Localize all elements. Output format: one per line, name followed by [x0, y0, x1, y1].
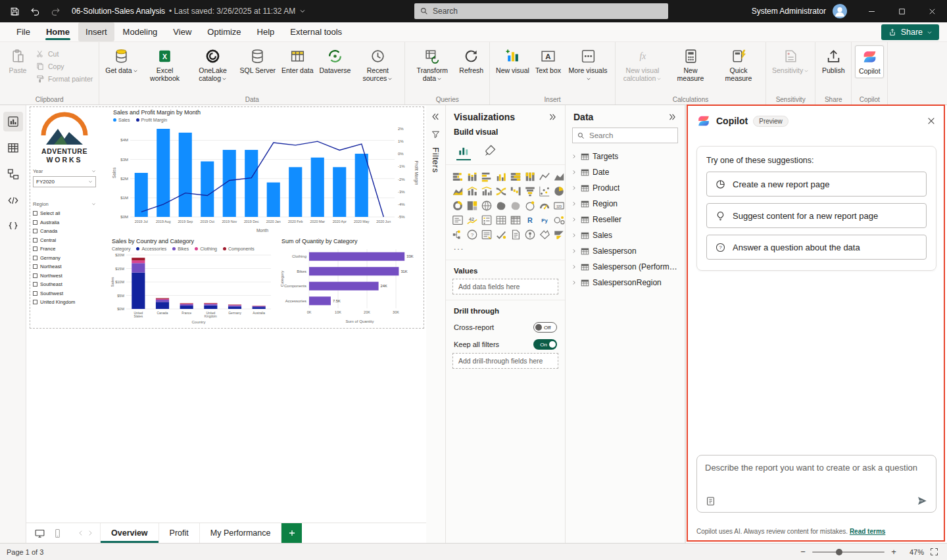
treemap-icon[interactable]	[466, 199, 479, 212]
paste-button[interactable]: Paste	[3, 45, 32, 77]
stacked-bar-chart-icon[interactable]	[451, 170, 464, 183]
cross-report-toggle[interactable]: Off	[533, 322, 557, 333]
field-date[interactable]: Date	[566, 164, 685, 180]
dataverse-button[interactable]: Dataverse	[316, 45, 353, 77]
page-tab-profit[interactable]: Profit	[159, 523, 200, 543]
suggestion-answer-a-question-about-the-data[interactable]: ?Answer a question about the data	[706, 235, 927, 260]
map-icon[interactable]	[480, 199, 493, 212]
search-input[interactable]	[433, 7, 663, 16]
field-salesperson[interactable]: Salesperson	[566, 243, 685, 259]
gauge-icon[interactable]	[538, 199, 551, 212]
quantity-by-category-chart[interactable]: Sum of Quantity by Category 0K10K20K30KC…	[279, 237, 424, 327]
sql-server-button[interactable]: SQL Server	[237, 45, 278, 77]
read-terms-link[interactable]: Read terms	[850, 528, 885, 535]
region-option-canada[interactable]: Canada	[33, 227, 96, 236]
new-page-button[interactable]	[281, 523, 302, 543]
area-chart-icon[interactable]	[552, 170, 566, 183]
card-icon[interactable]: 123	[552, 199, 566, 212]
power-apps-icon[interactable]	[538, 228, 551, 241]
region-option-australia[interactable]: Australia	[33, 218, 96, 227]
page-tab-my-performance[interactable]: My Performance	[200, 523, 282, 543]
region-option-central[interactable]: Central	[33, 236, 96, 245]
sensitivity-button[interactable]: Sensitivity	[769, 45, 812, 77]
qa-visual-icon[interactable]: ?	[466, 228, 479, 241]
copilot-input[interactable]: Describe the report you want to create o…	[696, 455, 936, 513]
stacked-area-chart-icon[interactable]	[451, 185, 464, 198]
region-slicer[interactable]: Region Select allAustraliaCanadaCentralF…	[33, 201, 96, 307]
paginated-report-icon[interactable]	[509, 228, 522, 241]
get-data-button[interactable]: Get data	[103, 45, 140, 77]
copilot-button[interactable]: Copilot	[855, 45, 884, 78]
dax-query-view-button[interactable]	[3, 191, 23, 210]
save-icon[interactable]	[9, 6, 20, 17]
line-and-clustered-column-chart-icon[interactable]	[480, 185, 493, 198]
field-reseller[interactable]: Reseller	[566, 212, 685, 227]
line-chart-icon[interactable]	[538, 170, 551, 183]
menu-optimize[interactable]: Optimize	[200, 22, 248, 41]
minimize-button[interactable]	[856, 0, 886, 22]
waterfall-chart-icon[interactable]	[509, 185, 522, 198]
transform-data-button[interactable]: Transform data	[408, 45, 456, 85]
refresh-button[interactable]: Refresh	[456, 45, 486, 77]
scatter-chart-icon[interactable]	[538, 185, 551, 198]
shape-map-icon[interactable]	[509, 199, 522, 212]
fit-to-page-icon[interactable]	[929, 547, 939, 557]
power-automate-icon[interactable]	[552, 228, 566, 241]
menu-insert[interactable]: Insert	[78, 22, 114, 41]
send-icon[interactable]	[916, 495, 928, 507]
desktop-view-icon[interactable]	[34, 528, 45, 539]
line-and-stacked-column-chart-icon[interactable]	[466, 185, 479, 198]
chevron-down-icon[interactable]	[91, 202, 96, 206]
new-visual-button[interactable]: New visual	[493, 45, 532, 77]
data-search[interactable]	[572, 128, 678, 143]
keep-all-filters-toggle[interactable]: On	[533, 339, 557, 350]
zoom-out-button[interactable]: −	[799, 547, 807, 557]
menu-home[interactable]: Home	[39, 22, 77, 41]
prev-page-icon[interactable]	[78, 530, 84, 536]
format-visual-tab[interactable]	[481, 142, 498, 159]
prompt-guide-icon[interactable]	[705, 496, 716, 507]
table-icon[interactable]	[495, 214, 508, 227]
data-search-input[interactable]	[589, 131, 673, 139]
region-option-france[interactable]: France	[33, 245, 96, 254]
copilot-close-icon[interactable]	[926, 116, 936, 126]
narrative-icon[interactable]	[480, 228, 493, 241]
azure-map-icon[interactable]	[523, 199, 537, 212]
model-view-button[interactable]	[3, 164, 23, 184]
table-view-button[interactable]	[3, 138, 23, 158]
share-button[interactable]: Share	[881, 24, 939, 40]
kpi-icon[interactable]: 42	[466, 214, 479, 227]
field-sales[interactable]: Sales	[566, 227, 685, 243]
field-salesperson-performa[interactable]: Salesperson (Performa...	[566, 259, 685, 275]
stacked-column-chart-icon[interactable]	[466, 170, 479, 183]
more-visuals-button[interactable]: More visuals	[564, 45, 612, 85]
menu-file[interactable]: File	[9, 22, 37, 41]
region-option-select-all[interactable]: Select all	[33, 209, 96, 218]
format-painter-button[interactable]: Format painter	[33, 74, 95, 84]
arcgis-map-icon[interactable]	[523, 228, 537, 241]
report-canvas[interactable]: ADVENTURE WORKS Sales and Profit Margin …	[26, 105, 426, 523]
copy-button[interactable]: Copy	[33, 61, 95, 72]
onelake-catalog-button[interactable]: OneLake catalog	[189, 45, 237, 85]
user-name[interactable]: System Administrator	[752, 7, 826, 16]
menu-view[interactable]: View	[166, 22, 199, 41]
expand-pane-icon[interactable]	[431, 112, 441, 122]
collapse-pane-icon[interactable]	[548, 112, 557, 122]
collapse-pane-icon[interactable]	[668, 112, 677, 122]
slicer-icon[interactable]	[480, 214, 493, 227]
region-option-germany[interactable]: Germany	[33, 254, 96, 263]
region-option-southeast[interactable]: Southeast	[33, 280, 96, 289]
metrics-icon[interactable]	[495, 228, 508, 241]
more-visual-types[interactable]: ...	[446, 243, 565, 256]
region-option-united-kingdom[interactable]: United Kingdom	[33, 298, 96, 307]
quick-measure-button[interactable]: Quick measure	[715, 45, 762, 85]
new-measure-button[interactable]: New measure	[667, 45, 714, 85]
zoom-slider[interactable]	[812, 551, 885, 553]
ribbon-chart-icon[interactable]	[495, 185, 508, 198]
publish-button[interactable]: Publish	[819, 45, 848, 77]
python-visual-icon[interactable]: Py	[538, 214, 551, 227]
clustered-bar-chart-icon[interactable]	[480, 170, 493, 183]
year-slicer[interactable]: Year FY2020	[33, 168, 96, 187]
region-option-northwest[interactable]: Northwest	[33, 271, 96, 281]
100-stacked-bar-chart-icon[interactable]	[509, 170, 522, 183]
